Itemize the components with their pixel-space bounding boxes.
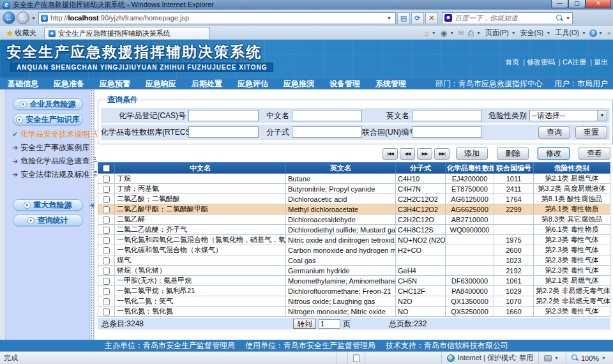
table-row[interactable]: 一氧化氮；氧化氮 Nitrogen monoxide; Nitric oxide… — [98, 307, 610, 317]
back-button[interactable]: ← — [3, 11, 15, 24]
row-checkbox[interactable] — [103, 247, 110, 254]
table-row[interactable]: 二氯二乙硫醚；芥子气 Dichlorodiethyl sulfide; Must… — [98, 225, 610, 235]
row-checkbox[interactable] — [103, 227, 110, 234]
reset-button[interactable]: 重置 — [575, 126, 607, 139]
col-un-number[interactable]: 联合国编号 — [494, 163, 534, 174]
view-button[interactable]: 查看 — [579, 148, 610, 160]
table-row[interactable]: 一甲胺(无水)；氨基甲烷 Monomethylamine; Aminometha… — [98, 276, 610, 286]
sidebar-link[interactable]: ➔ 危险化学品应急速查手... — [6, 155, 89, 168]
search-box[interactable]: 百度一下，你就知道 ▼ — [442, 12, 573, 24]
search-dropdown-icon[interactable]: ▼ — [566, 16, 570, 20]
last-page-button[interactable]: ▶▶| — [434, 148, 450, 160]
delete-button[interactable]: 删除 — [497, 148, 529, 160]
table-row[interactable]: 二氯乙酸；二氯醋酸 Dichloroacetic acid C2H2C12O2 … — [98, 194, 610, 204]
tools-menu-dropdown-icon[interactable]: ▼ — [582, 31, 586, 35]
search-icon[interactable] — [556, 15, 563, 22]
safety-menu[interactable]: 安全(S) — [519, 28, 545, 38]
rss-feed-icon[interactable]: ◉ — [439, 29, 448, 38]
next-page-button[interactable]: ▶▶ — [417, 148, 432, 160]
row-checkbox[interactable] — [103, 176, 110, 183]
table-row[interactable]: 二氯乙酸甲酯；二氯醋酸甲酯 Methyl dichloroacetate C3H… — [98, 204, 610, 215]
row-checkbox[interactable] — [103, 237, 110, 244]
main-menu-item[interactable]: 设备管理 — [322, 79, 368, 89]
stop-button[interactable]: ✕ — [425, 12, 438, 24]
prev-page-button[interactable]: ◀◀ — [400, 148, 415, 160]
table-row[interactable]: 丁烷 Butane C4H10 EJ4200000 1011 第2.1类 易燃气… — [98, 174, 610, 184]
compatibility-view-button[interactable]: ▤ — [397, 12, 410, 24]
rtecs-input[interactable] — [188, 126, 259, 138]
main-menu-item[interactable]: 应急预警 — [92, 79, 138, 89]
maximize-button[interactable]: ▢ — [568, 0, 586, 8]
sidebar-section-major-hazards[interactable]: ▾ 重大危险源 — [13, 199, 83, 211]
sidebar-link[interactable]: ➔ 安全生产事故案例库 — [6, 141, 89, 155]
page-menu[interactable]: 页面(P) — [484, 28, 510, 38]
banner-link[interactable]: 退出 — [586, 58, 608, 66]
forward-button[interactable]: → — [17, 11, 29, 24]
url-dropdown-icon[interactable]: ▼ — [385, 16, 393, 20]
minimize-button[interactable]: — — [551, 0, 568, 8]
table-row[interactable]: 一氟二氯甲烷；氟利昂21 Dichlorofluoromethane; Freo… — [98, 286, 610, 296]
formula-input[interactable] — [292, 126, 362, 138]
page-number-input[interactable] — [319, 319, 340, 329]
home-dropdown-icon[interactable]: ▼ — [432, 31, 436, 35]
danger-class-select[interactable]: --请选择-- ▼ — [529, 110, 607, 121]
rss-dropdown-icon[interactable]: ▼ — [450, 31, 454, 35]
print-dropdown-icon[interactable]: ▼ — [476, 31, 481, 35]
safety-menu-dropdown-icon[interactable]: ▼ — [546, 31, 550, 35]
col-rtecs[interactable]: 化学品毒性数据... — [446, 163, 494, 174]
english-name-input[interactable] — [412, 110, 482, 121]
table-row[interactable]: 二氯乙醛 Dichloroacetaldehyde C2H2C12O AB271… — [98, 215, 610, 225]
zoom-dropdown-icon[interactable]: ▼ — [602, 356, 606, 360]
sidebar-section-query-stats[interactable]: ▾ 查询统计 — [13, 215, 83, 226]
col-formula[interactable]: 分子式 — [396, 163, 446, 174]
col-danger-class[interactable]: 危险性类别 — [534, 163, 610, 174]
search-button[interactable]: 查询 — [538, 126, 570, 139]
add-button[interactable]: 添加 — [456, 148, 488, 160]
refresh-button[interactable]: ⟳ — [411, 12, 424, 24]
help-dropdown-icon[interactable]: ▼ — [598, 31, 603, 35]
mail-icon[interactable]: ✉ — [457, 29, 465, 36]
col-chinese-name[interactable]: 中文名 — [115, 163, 286, 174]
banner-link[interactable]: 首页 — [505, 58, 519, 66]
chinese-name-input[interactable] — [292, 110, 362, 121]
select-all-checkbox[interactable] — [103, 165, 110, 172]
banner-link[interactable]: CA注册 — [555, 58, 586, 66]
main-menu-item[interactable]: 系统管理 — [368, 79, 414, 89]
favorites-button[interactable]: ★ 收藏夹 — [3, 27, 40, 38]
goto-page-button[interactable]: 转到 — [293, 319, 316, 329]
sidebar-link[interactable]: ✔ 化学品安全技术说明书 — [6, 128, 89, 141]
main-menu-item[interactable]: 应急响应 — [138, 79, 184, 89]
un-number-input[interactable] — [412, 126, 482, 138]
sidebar-section-knowledge[interactable]: ▾ 安全生产知识库 — [13, 114, 83, 125]
row-checkbox[interactable] — [103, 268, 110, 275]
collapse-arrow-icon[interactable]: ◀ — [89, 202, 94, 208]
table-row[interactable]: 煤气 Coal gas 1023 第2.3类 毒性气体 — [98, 255, 610, 266]
url-field[interactable]: e http://localhost:90/yjzh/frame/homepag… — [38, 12, 396, 24]
cas-input[interactable] — [188, 110, 259, 121]
print-icon[interactable]: ⎙ — [466, 29, 475, 38]
close-button[interactable]: ✕ — [586, 0, 611, 8]
history-dropdown-icon[interactable]: ▼ — [31, 16, 36, 20]
row-checkbox[interactable] — [103, 216, 110, 224]
home-icon[interactable]: ⌂ — [423, 29, 430, 38]
main-menu-item[interactable]: 应急准备 — [46, 79, 92, 89]
browser-tab[interactable]: e 安全生产应急救援指挥辅助决策系统 — [44, 27, 210, 39]
page-menu-dropdown-icon[interactable]: ▼ — [511, 31, 516, 35]
status-zoom-pane[interactable]: 100% ▼ — [566, 352, 613, 364]
row-checkbox[interactable] — [103, 257, 110, 264]
banner-link[interactable]: 修改密码 — [519, 58, 555, 66]
main-menu-item[interactable]: 基础信息 — [0, 79, 46, 89]
modify-button[interactable]: 修改 — [538, 148, 570, 160]
status-zone-pane[interactable]: Internet | 保护模式: 禁用 — [441, 352, 538, 364]
row-checkbox[interactable] — [103, 308, 110, 315]
row-checkbox[interactable] — [103, 298, 110, 305]
table-row[interactable]: 丁腈；丙基氰 Butyronitrile; Propyl cyanide C4H… — [98, 184, 610, 194]
sidebar-link[interactable]: ➔ 安全法律法规及标准库 — [6, 168, 89, 181]
help-icon[interactable]: ? — [589, 29, 597, 37]
row-checkbox[interactable] — [103, 186, 110, 193]
tools-menu[interactable]: 工具(O) — [554, 28, 580, 38]
row-checkbox[interactable] — [103, 288, 110, 295]
first-page-button[interactable]: |◀◀ — [382, 148, 398, 160]
row-checkbox[interactable] — [103, 278, 110, 285]
panel-splitter[interactable]: ◀ — [89, 89, 95, 340]
